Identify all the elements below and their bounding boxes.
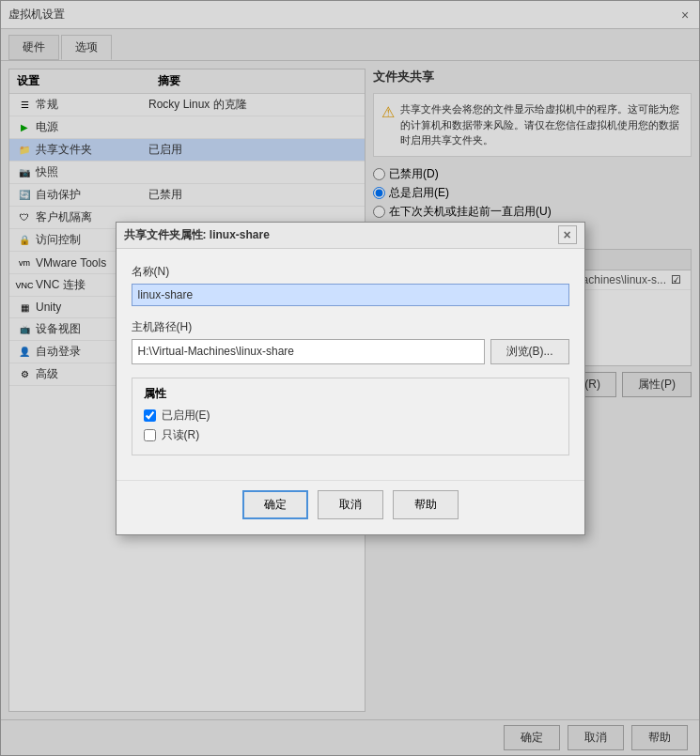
host-path-label: 主机路径(H) xyxy=(132,319,569,335)
checkbox-enabled-label[interactable]: 已启用(E) xyxy=(162,408,210,424)
checkbox-readonly[interactable] xyxy=(144,429,156,441)
name-input[interactable] xyxy=(132,284,569,306)
name-group: 名称(N) xyxy=(132,264,569,306)
dialog-title: 共享文件夹属性: linux-share xyxy=(124,227,270,243)
dialog-close-button[interactable]: × xyxy=(558,225,577,244)
attrs-title: 属性 xyxy=(144,386,557,402)
main-window: 虚拟机设置 × 硬件 选项 设置 摘要 ☰ 常规 Rocky Linux 的克隆… xyxy=(0,0,700,756)
shared-folder-dialog: 共享文件夹属性: linux-share × 名称(N) 主机路径(H) 浏览(… xyxy=(116,222,585,535)
attrs-section: 属性 已启用(E) 只读(R) xyxy=(132,378,569,455)
host-path-input[interactable] xyxy=(132,339,485,364)
name-label: 名称(N) xyxy=(132,264,569,280)
checkbox-enabled[interactable] xyxy=(144,409,156,422)
host-path-row: 浏览(B)... xyxy=(132,339,569,364)
checkbox-enabled-row: 已启用(E) xyxy=(144,408,557,424)
checkbox-readonly-label[interactable]: 只读(R) xyxy=(162,427,200,443)
dialog-buttons: 确定 取消 帮助 xyxy=(117,480,584,534)
checkbox-readonly-row: 只读(R) xyxy=(144,427,557,443)
browse-button[interactable]: 浏览(B)... xyxy=(490,339,569,364)
host-path-group: 主机路径(H) 浏览(B)... xyxy=(132,319,569,364)
dialog-help-button[interactable]: 帮助 xyxy=(393,490,459,519)
dialog-title-bar: 共享文件夹属性: linux-share × xyxy=(117,223,584,249)
dialog-overlay: 共享文件夹属性: linux-share × 名称(N) 主机路径(H) 浏览(… xyxy=(1,1,699,755)
dialog-body: 名称(N) 主机路径(H) 浏览(B)... 属性 已启用( xyxy=(117,249,584,480)
dialog-cancel-button[interactable]: 取消 xyxy=(318,490,383,519)
dialog-ok-button[interactable]: 确定 xyxy=(242,490,308,519)
